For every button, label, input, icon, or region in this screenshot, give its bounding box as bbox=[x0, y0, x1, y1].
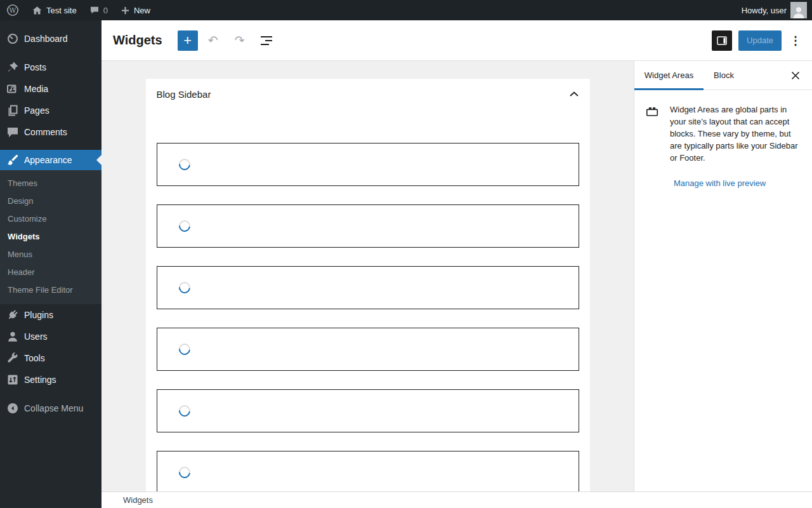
redo-button[interactable]: ↷ bbox=[228, 29, 251, 52]
sidebar-item-label: Appearance bbox=[24, 155, 72, 165]
avatar bbox=[790, 2, 807, 18]
plugins-icon bbox=[6, 309, 19, 321]
sidebar-item-label: Pages bbox=[24, 105, 49, 116]
comments-admin-link[interactable]: 0 bbox=[83, 0, 114, 20]
site-name-label: Test site bbox=[46, 6, 77, 15]
account-menu[interactable]: Howdy, user bbox=[735, 0, 807, 20]
inspector-tabs: Widget Areas Block bbox=[634, 61, 812, 90]
redo-icon: ↷ bbox=[235, 33, 245, 48]
editor-footer: Widgets bbox=[102, 491, 812, 508]
spinner-icon bbox=[176, 464, 192, 480]
admin-menu: Dashboard Posts Media Pages Comments bbox=[0, 20, 102, 508]
chevron-up-icon bbox=[569, 91, 579, 97]
list-view-icon bbox=[259, 34, 273, 48]
dashboard-icon bbox=[6, 32, 19, 45]
block-inserter-button[interactable]: + bbox=[178, 30, 198, 51]
manage-live-preview-link[interactable]: Manage with live preview bbox=[674, 178, 766, 188]
home-icon bbox=[32, 5, 43, 16]
submenu-item-themes[interactable]: Themes bbox=[0, 175, 102, 192]
sidebar-item-comments[interactable]: Comments bbox=[0, 121, 102, 143]
loading-block[interactable] bbox=[157, 328, 579, 371]
spinner-icon bbox=[176, 341, 192, 357]
sidebar-item-label: Plugins bbox=[24, 310, 53, 320]
kebab-menu-icon: ⋮ bbox=[790, 34, 801, 47]
settings-sidebar-toggle[interactable] bbox=[712, 30, 732, 51]
widget-area-icon bbox=[645, 104, 660, 119]
options-menu-button[interactable]: ⋮ bbox=[787, 30, 804, 51]
update-button[interactable]: Update bbox=[738, 30, 782, 51]
spinner-icon bbox=[176, 218, 192, 234]
plus-icon bbox=[121, 6, 130, 15]
inserter-plus-icon: + bbox=[183, 32, 192, 48]
tab-block[interactable]: Block bbox=[704, 61, 744, 90]
spinner-icon bbox=[176, 156, 192, 172]
sidebar-item-media[interactable]: Media bbox=[0, 78, 102, 100]
tools-icon bbox=[6, 352, 19, 364]
svg-text:W: W bbox=[10, 6, 16, 14]
loading-block[interactable] bbox=[157, 451, 579, 491]
submenu-item-theme-file-editor[interactable]: Theme File Editor bbox=[0, 281, 102, 299]
sidebar-item-users[interactable]: Users bbox=[0, 326, 102, 347]
pages-icon bbox=[6, 104, 19, 117]
widget-area-content bbox=[146, 109, 590, 491]
menu-separator bbox=[0, 50, 102, 57]
sidebar-item-label: Dashboard bbox=[24, 34, 68, 44]
wordpress-menu[interactable]: W bbox=[0, 0, 25, 20]
breadcrumb[interactable]: Widgets bbox=[123, 495, 153, 505]
list-view-button[interactable] bbox=[255, 29, 278, 52]
menu-separator bbox=[0, 391, 102, 398]
sidebar-item-settings[interactable]: Settings bbox=[0, 369, 102, 391]
sidebar-item-label: Comments bbox=[24, 127, 67, 137]
submenu-item-design[interactable]: Design bbox=[0, 192, 102, 210]
submenu-item-header[interactable]: Header bbox=[0, 264, 102, 281]
appearance-icon bbox=[6, 154, 19, 166]
close-sidebar-button[interactable] bbox=[779, 61, 812, 90]
loading-block[interactable] bbox=[157, 204, 579, 248]
loading-block[interactable] bbox=[157, 389, 579, 432]
sidebar-item-posts[interactable]: Posts bbox=[0, 57, 102, 78]
wordpress-logo-icon: W bbox=[6, 4, 19, 17]
collapse-menu-button[interactable]: Collapse Menu bbox=[0, 398, 102, 419]
site-link[interactable]: Test site bbox=[25, 0, 83, 20]
spinner-icon bbox=[176, 279, 192, 295]
comments-count: 0 bbox=[103, 6, 108, 15]
submenu-item-widgets[interactable]: Widgets bbox=[0, 228, 102, 246]
submenu-item-menus[interactable]: Menus bbox=[0, 246, 102, 264]
widget-areas-panel: Widget Areas are global parts in your si… bbox=[634, 90, 812, 164]
undo-icon: ↶ bbox=[208, 33, 218, 48]
widget-area-title: Blog Sidebar bbox=[157, 89, 211, 100]
users-icon bbox=[6, 330, 19, 343]
new-label: New bbox=[134, 6, 150, 15]
sidebar-item-label: Posts bbox=[24, 62, 46, 72]
editor-canvas: Blog Sidebar bbox=[102, 61, 634, 491]
sidebar-item-label: Users bbox=[24, 331, 48, 342]
loading-block[interactable] bbox=[157, 266, 579, 309]
new-content-link[interactable]: New bbox=[114, 0, 157, 20]
admin-bar: W Test site 0 New Howdy, user bbox=[0, 0, 812, 20]
posts-icon bbox=[6, 61, 19, 74]
undo-button[interactable]: ↶ bbox=[202, 29, 225, 52]
appearance-submenu: Themes Design Customize Widgets Menus He… bbox=[0, 170, 102, 304]
sidebar-item-dashboard[interactable]: Dashboard bbox=[0, 28, 102, 50]
widget-areas-description: Widget Areas are global parts in your si… bbox=[670, 104, 802, 164]
current-menu-notch bbox=[96, 155, 102, 165]
loading-block[interactable] bbox=[157, 143, 579, 186]
sidebar-item-label: Tools bbox=[24, 353, 45, 363]
sidebar-item-label: Media bbox=[24, 84, 48, 94]
sidebar-item-appearance[interactable]: Appearance bbox=[0, 150, 102, 170]
sidebar-item-tools[interactable]: Tools bbox=[0, 347, 102, 369]
sidebar-item-label: Settings bbox=[24, 375, 56, 385]
widget-area-panel-header[interactable]: Blog Sidebar bbox=[146, 79, 590, 109]
sidebar-toggle-icon bbox=[716, 34, 728, 47]
spinner-icon bbox=[176, 403, 192, 418]
sidebar-item-label: Collapse Menu bbox=[24, 403, 83, 413]
comments-icon bbox=[6, 126, 19, 138]
sidebar-item-pages[interactable]: Pages bbox=[0, 100, 102, 121]
menu-separator bbox=[0, 143, 102, 150]
howdy-label: Howdy, user bbox=[742, 6, 787, 15]
comments-bubble-icon bbox=[89, 5, 100, 15]
submenu-item-customize[interactable]: Customize bbox=[0, 210, 102, 228]
tab-widget-areas[interactable]: Widget Areas bbox=[634, 61, 704, 90]
sidebar-item-plugins[interactable]: Plugins bbox=[0, 304, 102, 326]
page-title: Widgets bbox=[113, 33, 162, 48]
